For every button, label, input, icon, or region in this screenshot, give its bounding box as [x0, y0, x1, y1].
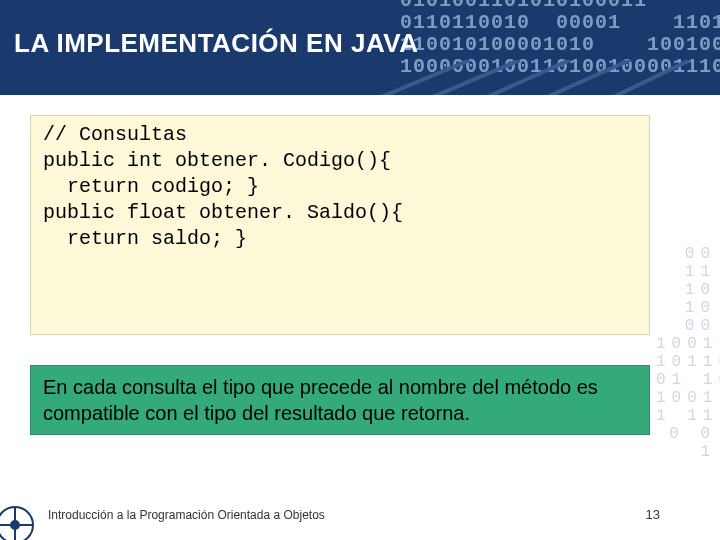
- slide: 0101001101010100011 0110110010 00001 110…: [0, 0, 720, 540]
- page-number: 13: [646, 507, 660, 522]
- header-bar: 0101001101010100011 0110110010 00001 110…: [0, 0, 720, 95]
- svg-point-6: [11, 521, 19, 529]
- slide-title: LA IMPLEMENTACIÓN EN JAVA: [14, 28, 418, 59]
- explanation-note: En cada consulta el tipo que precede al …: [30, 365, 650, 435]
- binary-background: 0101001101010100011 0110110010 00001 110…: [400, 0, 720, 78]
- code-block: // Consultas public int obtener. Codigo(…: [30, 115, 650, 335]
- footer-text: Introducción a la Programación Orientada…: [48, 508, 325, 522]
- corner-circuit-icon: [0, 502, 38, 540]
- side-binary-decor: 00 11 10 10 00 10011 10110 01 10 1001 1 …: [656, 245, 716, 461]
